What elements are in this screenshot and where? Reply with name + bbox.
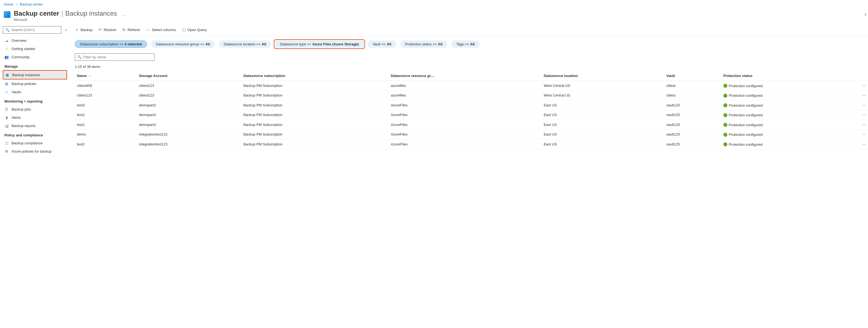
breadcrumb-home[interactable]: Home	[4, 2, 13, 6]
row-more-icon[interactable]: ⋯	[860, 110, 868, 120]
breadcrumb-current[interactable]: Backup center	[20, 2, 42, 6]
cell-loc: East US	[541, 120, 664, 130]
sidebar-item-getting-started[interactable]: ✓Getting started	[3, 44, 67, 53]
sidebar-section-monitoring-reporting: Monitoring + reporting	[3, 96, 67, 105]
sidebar-item-overview[interactable]: ☁Overview	[3, 36, 67, 44]
status-text: Protection configured	[729, 84, 763, 88]
cell-storage: integrationtest123	[137, 129, 241, 140]
cell-status: ✓Protection configured	[721, 110, 860, 120]
alert-icon: ▮	[4, 115, 9, 120]
search-icon: 🔍	[77, 55, 82, 59]
sidebar-search[interactable]: 🔍	[3, 26, 61, 34]
cell-storage: demopart2	[137, 110, 241, 120]
success-icon: ✓	[723, 84, 727, 88]
arrow-icon: →	[146, 28, 150, 32]
refresh-icon: ↻	[122, 28, 126, 32]
toolbar-label: Open Query	[187, 28, 207, 32]
sidebar-item-backup-policies[interactable]: ▤Backup policies	[3, 80, 67, 88]
sidebar-item-backup-jobs[interactable]: ☲Backup jobs	[3, 105, 67, 113]
more-actions-icon[interactable]: …	[119, 12, 128, 17]
row-more-icon[interactable]: ⋯	[860, 100, 868, 110]
page-subtitle: Backup instances	[65, 10, 117, 17]
filter-pill[interactable]: Tags == All	[451, 40, 479, 48]
column-header[interactable]: Name↑↓	[75, 71, 137, 81]
cell-status: ✓Protection configured	[721, 120, 860, 130]
sidebar-item-azure-policies-for-backup[interactable]: ⚙Azure policies for backup	[3, 147, 67, 155]
cell-storage: integrationtest123	[137, 140, 241, 149]
cell-loc: West Central US	[541, 81, 664, 91]
filter-pill[interactable]: Vault == All	[368, 40, 396, 48]
toolbar-label: Select columns	[152, 28, 176, 32]
column-header[interactable]: Vault	[664, 71, 721, 81]
column-header[interactable]: Datasource resource gr…	[389, 71, 542, 81]
chevron-right-icon[interactable]: ›	[864, 11, 866, 17]
people-icon: 👥	[4, 55, 9, 59]
success-icon: ✓	[723, 142, 727, 146]
cell-rg: azurefiles	[389, 81, 542, 91]
row-more-icon[interactable]: ⋯	[860, 140, 868, 149]
cell-status: ✓Protection configured	[721, 90, 860, 100]
cloud-icon: ☁	[4, 38, 9, 42]
filter-pill[interactable]: Datasource location == All	[219, 40, 271, 48]
sidebar-item-backup-compliance[interactable]: ▢Backup compliance	[3, 139, 67, 147]
table-row[interactable]: test2integrationtest123Backup PM Subscri…	[75, 140, 868, 149]
filter-pill[interactable]: Protection status == All	[400, 40, 447, 48]
sidebar-item-label: Community	[11, 55, 30, 59]
sidebar-item-label: Getting started	[11, 47, 35, 51]
table-row[interactable]: test2demopart2Backup PM SubscriptionAzur…	[75, 110, 868, 120]
filter-pill[interactable]: Datasource subscription == 4 selected	[75, 40, 147, 48]
cell-name: test2	[75, 110, 137, 120]
sidebar-item-label: Backup policies	[11, 82, 36, 86]
table-row[interactable]: test1demopart2Backup PM SubscriptionAzur…	[75, 120, 868, 130]
search-icon: 🔍	[5, 28, 10, 32]
cell-vault: clitest	[664, 90, 721, 100]
sidebar-section-manage: Manage	[3, 61, 67, 70]
search-input[interactable]	[11, 28, 59, 32]
cell-sub: Backup PM Subscription	[241, 110, 389, 120]
column-header[interactable]: Protection status	[721, 71, 860, 81]
cell-sub: Backup PM Subscription	[241, 81, 389, 91]
row-more-icon[interactable]: ⋯	[860, 81, 868, 91]
row-more-icon[interactable]: ⋯	[860, 120, 868, 130]
breadcrumb: Home › Backup center	[0, 0, 868, 8]
table-row[interactable]: clitest123clitest123Backup PM Subscripti…	[75, 90, 868, 100]
table-row[interactable]: test3demopart2Backup PM SubscriptionAzur…	[75, 100, 868, 110]
column-header[interactable]: Storage Account	[137, 71, 241, 81]
sidebar-item-label: Azure policies for backup	[11, 149, 52, 153]
table-row[interactable]: demointegrationtest123Backup PM Subscrip…	[75, 129, 868, 140]
refresh-button[interactable]: ↻Refresh	[122, 28, 140, 32]
filter-prefix: Datasource resource group ==	[156, 42, 204, 46]
collapse-sidebar-icon[interactable]: «	[65, 28, 67, 32]
backup-button[interactable]: ＋Backup	[75, 27, 92, 32]
table-row[interactable]: clitest456clitest123Backup PM Subscripti…	[75, 81, 868, 91]
sidebar-item-alerts[interactable]: ▮Alerts	[3, 113, 67, 121]
column-header[interactable]: Datasource location	[541, 71, 664, 81]
filter-by-name[interactable]: 🔍	[75, 53, 154, 61]
filter-prefix: Protection status ==	[405, 42, 437, 46]
cell-status: ✓Protection configured	[721, 81, 860, 91]
row-more-icon[interactable]: ⋯	[860, 129, 868, 140]
filter-input[interactable]	[83, 55, 152, 59]
cal-icon: ▤	[4, 81, 9, 86]
open-query-button[interactable]: ⬡Open Query	[182, 28, 207, 32]
cell-name: test3	[75, 100, 137, 110]
backup-center-icon	[4, 11, 10, 18]
cell-loc: East US	[541, 100, 664, 110]
plus-icon: ＋	[75, 27, 79, 32]
sidebar-item-vaults[interactable]: ◇Vaults	[3, 88, 67, 96]
filter-pill[interactable]: Datasource type == Azure Files (Azure St…	[275, 40, 364, 48]
instances-table: Name↑↓Storage AccountDatasource subscrip…	[75, 71, 868, 149]
chart-icon: 📊	[4, 123, 9, 128]
column-header[interactable]: Datasource subscription	[241, 71, 389, 81]
sidebar-item-backup-instances[interactable]: ▦Backup instances	[3, 70, 67, 80]
sidebar-item-community[interactable]: 👥Community	[3, 53, 67, 61]
filter-pill[interactable]: Datasource resource group == All	[151, 40, 215, 48]
sidebar-item-backup-reports[interactable]: 📊Backup reports	[3, 121, 67, 130]
restore-button[interactable]: ↶Restore	[98, 28, 116, 32]
row-more-icon[interactable]: ⋯	[860, 90, 868, 100]
cell-vault: vault125	[664, 100, 721, 110]
cell-vault: clitest	[664, 81, 721, 91]
filter-value: 4 selected	[125, 42, 142, 46]
select-columns-button[interactable]: →Select columns	[146, 28, 176, 32]
status-text: Protection configured	[729, 103, 763, 108]
